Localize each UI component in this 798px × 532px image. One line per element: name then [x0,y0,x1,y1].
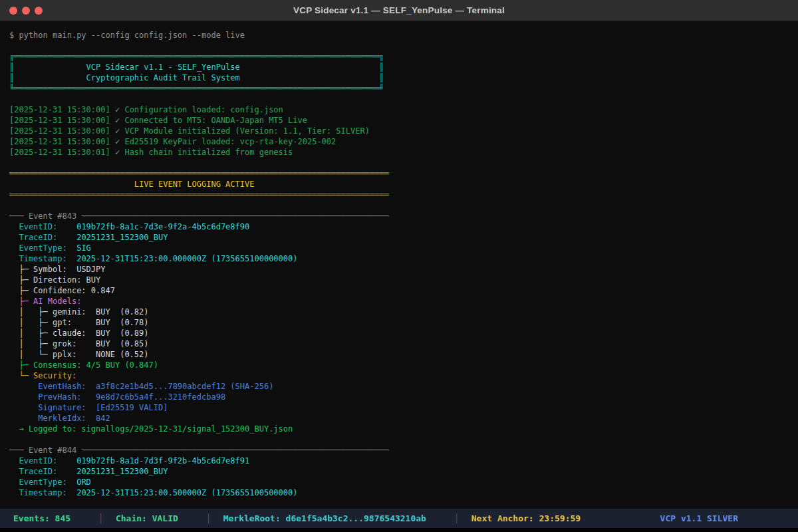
event-843-security-header: └─ Security: [9,370,798,381]
ai-model-grok: │ ├─ grok: BUY (0.85) [9,338,798,349]
text-segment: TraceID: [9,233,76,242]
text-segment: ─── [9,446,24,455]
event-843-traceid: TraceID: 20251231_152300_BUY [9,232,798,243]
text-segment: │ ├─ claude: BUY (0.89) [9,329,149,338]
text-segment: └─ Security: [9,371,76,380]
text-segment: PrevHash: 9e8d7c6b5a4f...3210fedcba98 [9,392,225,402]
text-segment: ════════════════════════════════════════… [9,169,389,178]
bottom-gap [0,528,798,532]
text-segment: Configuration loaded: config.json [124,105,283,114]
text-segment: ├─ Confidence: 0.847 [9,286,115,295]
minimize-button[interactable] [22,7,30,15]
text-segment: Connected to MT5: OANDA-Japan MT5 Live [124,116,307,125]
blank-line [9,158,798,168]
text-segment: TraceID: [9,467,76,476]
event-843-consensus: ├─ Consensus: 4/5 BUY (0.847) [9,360,798,370]
banner-title: ║ VCP Sidecar v1.1 - SELF_YenPulse ║ [9,62,798,72]
terminal-window: VCP Sidecar v1.1 — SELF_YenPulse — Termi… [0,0,798,532]
log-line-config: [2025-12-31 15:30:00] ✓ Configuration lo… [9,104,798,115]
text-segment: ├─ Direction: BUY [9,275,100,285]
status-separator: │ [98,513,104,523]
blank-line [9,200,798,211]
text-segment: VCP Sidecar v1.1 - SELF_YenPulse [86,63,240,72]
text-segment: ORD [76,477,91,487]
text-segment: 2025-12-31T15:23:00.000000Z (17356551000… [76,254,297,263]
status-merkle-root: MerkleRoot: d6e1f5a4b3c2...9876543210ab [223,513,426,523]
security-prevhash: PrevHash: 9e8d7c6b5a4f...3210fedcba98 [9,392,798,402]
text-segment: Timestamp: [9,254,76,263]
text-segment: 20251231_152300_BUY [76,233,168,242]
text-segment: Cryptographic Audit Trail System [86,73,240,82]
text-segment: EventHash: a3f8c2e1b4d5...7890abcdef12 (… [9,382,273,391]
live-banner-rule-top: ════════════════════════════════════════… [9,168,798,179]
command-line: $ python main.py --config config.json --… [9,30,798,41]
text-segment: ────────────────────────────────────────… [81,446,388,455]
text-segment: MerkleIdx: 842 [9,414,110,423]
title-bar: VCP Sidecar v1.1 — SELF_YenPulse — Termi… [0,0,798,21]
event-843-eventtype: EventType: SIG [9,243,798,253]
text-segment: ─── [9,211,24,221]
text-segment: Ed25519 KeyPair loaded: vcp-rta-key-2025… [124,137,336,146]
text-segment: 019b72fb-8a1c-7d3e-9f2a-4b5c6d7e8f90 [76,222,249,231]
log-line-hashchain: [2025-12-31 15:30:01] ✓ Hash chain initi… [9,147,798,158]
event-843-eventid: EventID: 019b72fb-8a1c-7d3e-9f2a-4b5c6d7… [9,221,798,232]
event-843-logged-to: → Logged to: signallogs/2025-12-31/signa… [9,424,798,434]
log-line-keypair: [2025-12-31 15:30:00] ✓ Ed25519 KeyPair … [9,136,798,147]
ai-model-claude: │ ├─ claude: BUY (0.89) [9,328,798,338]
text-segment: Signature: [Ed25519 VALID] [9,403,168,412]
text-segment: ✓ [115,126,124,136]
terminal-output[interactable]: $ python main.py --config config.json --… [0,21,798,509]
text-segment: EventType: [9,477,76,487]
text-segment: EventID: [9,222,76,231]
banner-border-top: ╔═══════════════════════════════════════… [9,51,798,62]
window-title: VCP Sidecar v1.1 — SELF_YenPulse — Termi… [0,5,798,15]
blank-line [9,434,798,445]
text-segment [14,63,86,72]
text-segment: SIG [76,243,91,253]
banner-subtitle: ║ Cryptographic Audit Trail System ║ [9,72,798,83]
close-button[interactable] [9,7,17,15]
text-segment: EventType: [9,243,76,253]
text-segment: [2025-12-31 15:30:00] [9,126,115,136]
blank-line [9,41,798,51]
text-segment: ════════════════════════════════════════… [14,52,379,61]
text-segment: ╗ [379,52,384,61]
text-segment: [2025-12-31 15:30:00] [9,137,115,146]
text-segment: ║ [379,63,384,72]
event-843-direction: ├─ Direction: BUY [9,275,798,285]
status-version-tier: VCP v1.1 SILVER [660,513,738,523]
ai-model-gpt: │ ├─ gpt: BUY (0.78) [9,317,798,328]
text-segment: ════════════════════════════════════════… [14,84,379,93]
event-843-ai-models-header: ├─ AI Models: [9,296,798,307]
text-segment: │ ├─ gpt: BUY (0.78) [9,318,149,327]
zoom-button[interactable] [35,7,43,15]
text-segment: │ ├─ gemini: BUY (0.82) [9,307,149,317]
text-segment: $ python main.py --config config.json --… [9,31,245,40]
text-segment: ✓ [115,105,124,114]
event-844-traceid: TraceID: 20251231_152300_BUY [9,466,798,477]
event-843-header: ─── Event #843 ─────────────────────────… [9,211,798,221]
text-segment: Event #844 [24,446,82,455]
security-merkleidx: MerkleIdx: 842 [9,413,798,424]
traffic-lights [9,0,43,21]
text-segment [14,73,86,82]
text-segment: → Logged to: signallogs/2025-12-31/signa… [9,424,293,434]
event-844-eventid: EventID: 019b72fb-8a1d-7d3f-9f2b-4b5c6d7… [9,456,798,466]
status-chain: Chain: VALID [116,513,178,523]
event-844-timestamp: Timestamp: 2025-12-31T15:23:00.500000Z (… [9,487,798,498]
log-line-vcp-module: [2025-12-31 15:30:00] ✓ VCP Module initi… [9,126,798,136]
text-segment: ├─ AI Models: [9,297,81,306]
text-segment: ✓ [115,116,124,125]
event-844-header: ─── Event #844 ─────────────────────────… [9,445,798,456]
text-segment: LIVE EVENT LOGGING ACTIVE [134,180,255,189]
text-segment: [2025-12-31 15:30:00] [9,105,115,114]
status-next-anchor: Next Anchor: 23:59:59 [471,513,581,523]
text-segment: ├─ Consensus: 4/5 BUY (0.847) [9,360,158,370]
log-line-mt5: [2025-12-31 15:30:00] ✓ Connected to MT5… [9,115,798,126]
text-segment: VCP Module initialized (Version: 1.1, Ti… [124,126,369,136]
live-banner-rule-bottom: ════════════════════════════════════════… [9,190,798,200]
text-segment: [2025-12-31 15:30:00] [9,116,115,125]
status-separator: │ [206,513,211,523]
text-segment [240,73,380,82]
status-bar: Events: 845│Chain: VALID│MerkleRoot: d6e… [0,509,798,528]
